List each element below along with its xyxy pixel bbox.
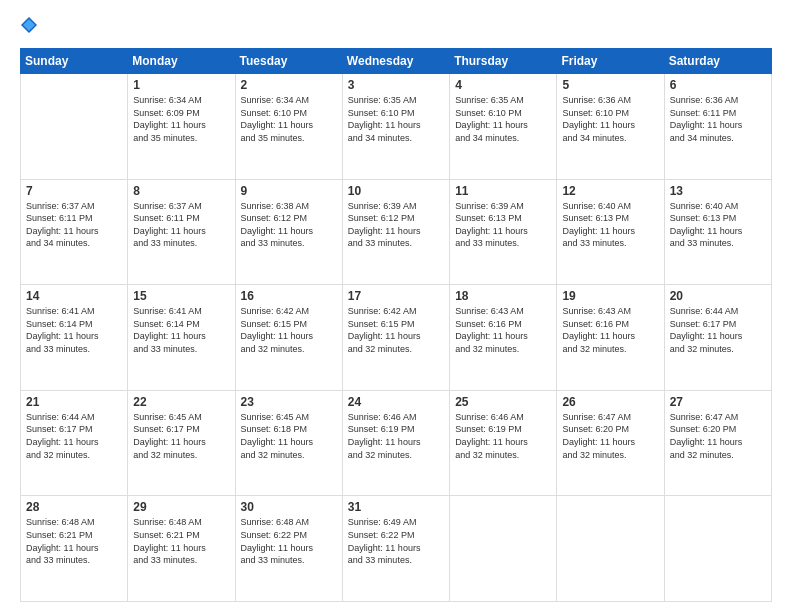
daylight-minutes: and 32 minutes. [455, 449, 551, 462]
calendar-cell: 24Sunrise: 6:46 AMSunset: 6:19 PMDayligh… [342, 390, 449, 496]
daylight-hours: Daylight: 11 hours [26, 330, 122, 343]
day-info: Sunrise: 6:34 AMSunset: 6:10 PMDaylight:… [241, 94, 337, 144]
sunset-text: Sunset: 6:10 PM [455, 107, 551, 120]
calendar-cell: 23Sunrise: 6:45 AMSunset: 6:18 PMDayligh… [235, 390, 342, 496]
sunset-text: Sunset: 6:09 PM [133, 107, 229, 120]
calendar-cell: 19Sunrise: 6:43 AMSunset: 6:16 PMDayligh… [557, 285, 664, 391]
daylight-minutes: and 34 minutes. [26, 237, 122, 250]
sunrise-text: Sunrise: 6:38 AM [241, 200, 337, 213]
daylight-hours: Daylight: 11 hours [670, 330, 766, 343]
daylight-minutes: and 32 minutes. [241, 449, 337, 462]
day-number: 26 [562, 395, 658, 409]
day-info: Sunrise: 6:45 AMSunset: 6:17 PMDaylight:… [133, 411, 229, 461]
calendar-week-row: 7Sunrise: 6:37 AMSunset: 6:11 PMDaylight… [21, 179, 772, 285]
sunset-text: Sunset: 6:10 PM [241, 107, 337, 120]
sunrise-text: Sunrise: 6:34 AM [241, 94, 337, 107]
calendar-cell: 9Sunrise: 6:38 AMSunset: 6:12 PMDaylight… [235, 179, 342, 285]
calendar-cell: 8Sunrise: 6:37 AMSunset: 6:11 PMDaylight… [128, 179, 235, 285]
daylight-hours: Daylight: 11 hours [670, 225, 766, 238]
day-info: Sunrise: 6:37 AMSunset: 6:11 PMDaylight:… [26, 200, 122, 250]
calendar-cell [557, 496, 664, 602]
weekday-header-thursday: Thursday [450, 49, 557, 74]
daylight-hours: Daylight: 11 hours [133, 436, 229, 449]
sunset-text: Sunset: 6:22 PM [241, 529, 337, 542]
calendar-cell: 20Sunrise: 6:44 AMSunset: 6:17 PMDayligh… [664, 285, 771, 391]
daylight-hours: Daylight: 11 hours [241, 330, 337, 343]
daylight-minutes: and 33 minutes. [241, 237, 337, 250]
day-info: Sunrise: 6:45 AMSunset: 6:18 PMDaylight:… [241, 411, 337, 461]
calendar-cell [664, 496, 771, 602]
calendar-cell [450, 496, 557, 602]
day-number: 29 [133, 500, 229, 514]
daylight-hours: Daylight: 11 hours [670, 436, 766, 449]
calendar-week-row: 1Sunrise: 6:34 AMSunset: 6:09 PMDaylight… [21, 74, 772, 180]
daylight-minutes: and 33 minutes. [348, 237, 444, 250]
sunset-text: Sunset: 6:20 PM [562, 423, 658, 436]
calendar-cell: 31Sunrise: 6:49 AMSunset: 6:22 PMDayligh… [342, 496, 449, 602]
daylight-hours: Daylight: 11 hours [26, 225, 122, 238]
day-info: Sunrise: 6:42 AMSunset: 6:15 PMDaylight:… [348, 305, 444, 355]
sunset-text: Sunset: 6:18 PM [241, 423, 337, 436]
daylight-hours: Daylight: 11 hours [562, 436, 658, 449]
sunset-text: Sunset: 6:19 PM [348, 423, 444, 436]
day-number: 11 [455, 184, 551, 198]
day-number: 10 [348, 184, 444, 198]
logo [20, 16, 42, 38]
sunrise-text: Sunrise: 6:40 AM [562, 200, 658, 213]
daylight-hours: Daylight: 11 hours [670, 119, 766, 132]
day-info: Sunrise: 6:46 AMSunset: 6:19 PMDaylight:… [348, 411, 444, 461]
day-info: Sunrise: 6:40 AMSunset: 6:13 PMDaylight:… [670, 200, 766, 250]
daylight-hours: Daylight: 11 hours [455, 119, 551, 132]
day-number: 22 [133, 395, 229, 409]
calendar-cell: 17Sunrise: 6:42 AMSunset: 6:15 PMDayligh… [342, 285, 449, 391]
sunset-text: Sunset: 6:14 PM [133, 318, 229, 331]
daylight-hours: Daylight: 11 hours [26, 542, 122, 555]
sunrise-text: Sunrise: 6:41 AM [133, 305, 229, 318]
daylight-hours: Daylight: 11 hours [348, 225, 444, 238]
sunrise-text: Sunrise: 6:46 AM [348, 411, 444, 424]
day-number: 31 [348, 500, 444, 514]
sunrise-text: Sunrise: 6:36 AM [562, 94, 658, 107]
calendar-cell: 1Sunrise: 6:34 AMSunset: 6:09 PMDaylight… [128, 74, 235, 180]
day-info: Sunrise: 6:43 AMSunset: 6:16 PMDaylight:… [562, 305, 658, 355]
daylight-minutes: and 32 minutes. [241, 343, 337, 356]
day-info: Sunrise: 6:46 AMSunset: 6:19 PMDaylight:… [455, 411, 551, 461]
weekday-header-sunday: Sunday [21, 49, 128, 74]
calendar-cell: 10Sunrise: 6:39 AMSunset: 6:12 PMDayligh… [342, 179, 449, 285]
daylight-minutes: and 32 minutes. [562, 449, 658, 462]
calendar-cell: 6Sunrise: 6:36 AMSunset: 6:11 PMDaylight… [664, 74, 771, 180]
sunset-text: Sunset: 6:10 PM [348, 107, 444, 120]
daylight-minutes: and 35 minutes. [133, 132, 229, 145]
sunset-text: Sunset: 6:11 PM [133, 212, 229, 225]
daylight-minutes: and 33 minutes. [133, 343, 229, 356]
sunset-text: Sunset: 6:15 PM [241, 318, 337, 331]
day-info: Sunrise: 6:49 AMSunset: 6:22 PMDaylight:… [348, 516, 444, 566]
day-number: 19 [562, 289, 658, 303]
sunset-text: Sunset: 6:21 PM [133, 529, 229, 542]
day-info: Sunrise: 6:37 AMSunset: 6:11 PMDaylight:… [133, 200, 229, 250]
day-info: Sunrise: 6:41 AMSunset: 6:14 PMDaylight:… [26, 305, 122, 355]
day-info: Sunrise: 6:40 AMSunset: 6:13 PMDaylight:… [562, 200, 658, 250]
sunrise-text: Sunrise: 6:37 AM [133, 200, 229, 213]
day-info: Sunrise: 6:44 AMSunset: 6:17 PMDaylight:… [670, 305, 766, 355]
calendar-cell: 18Sunrise: 6:43 AMSunset: 6:16 PMDayligh… [450, 285, 557, 391]
sunset-text: Sunset: 6:11 PM [26, 212, 122, 225]
calendar-week-row: 28Sunrise: 6:48 AMSunset: 6:21 PMDayligh… [21, 496, 772, 602]
daylight-minutes: and 33 minutes. [26, 343, 122, 356]
day-number: 25 [455, 395, 551, 409]
calendar-cell: 16Sunrise: 6:42 AMSunset: 6:15 PMDayligh… [235, 285, 342, 391]
header [20, 16, 772, 38]
day-number: 21 [26, 395, 122, 409]
calendar-cell: 21Sunrise: 6:44 AMSunset: 6:17 PMDayligh… [21, 390, 128, 496]
sunrise-text: Sunrise: 6:48 AM [133, 516, 229, 529]
sunrise-text: Sunrise: 6:39 AM [455, 200, 551, 213]
sunset-text: Sunset: 6:13 PM [562, 212, 658, 225]
day-number: 24 [348, 395, 444, 409]
sunrise-text: Sunrise: 6:46 AM [455, 411, 551, 424]
sunset-text: Sunset: 6:22 PM [348, 529, 444, 542]
calendar-header: SundayMondayTuesdayWednesdayThursdayFrid… [21, 49, 772, 74]
sunset-text: Sunset: 6:20 PM [670, 423, 766, 436]
sunrise-text: Sunrise: 6:48 AM [241, 516, 337, 529]
daylight-hours: Daylight: 11 hours [133, 330, 229, 343]
calendar-cell: 7Sunrise: 6:37 AMSunset: 6:11 PMDaylight… [21, 179, 128, 285]
